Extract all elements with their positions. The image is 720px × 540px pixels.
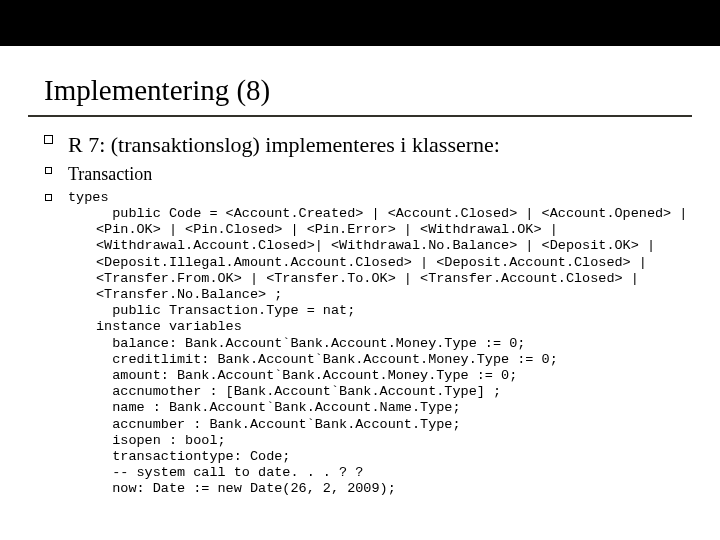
slide-content: R 7: (transaktionslog) implementeres i k…: [0, 117, 720, 497]
slide-title: Implementering (8): [44, 74, 270, 106]
bullet-text-2: Transaction: [68, 163, 152, 186]
top-black-bar: [0, 0, 720, 46]
bullet-icon: [28, 131, 68, 144]
bullet-icon: [28, 163, 68, 174]
code-block: public Code = <Account.Created> | <Accou…: [28, 206, 692, 497]
bullet-text-1: R 7: (transaktionslog) implementeres i k…: [68, 131, 500, 159]
code-types-keyword: types: [68, 190, 109, 206]
bullet-icon: [28, 190, 68, 201]
